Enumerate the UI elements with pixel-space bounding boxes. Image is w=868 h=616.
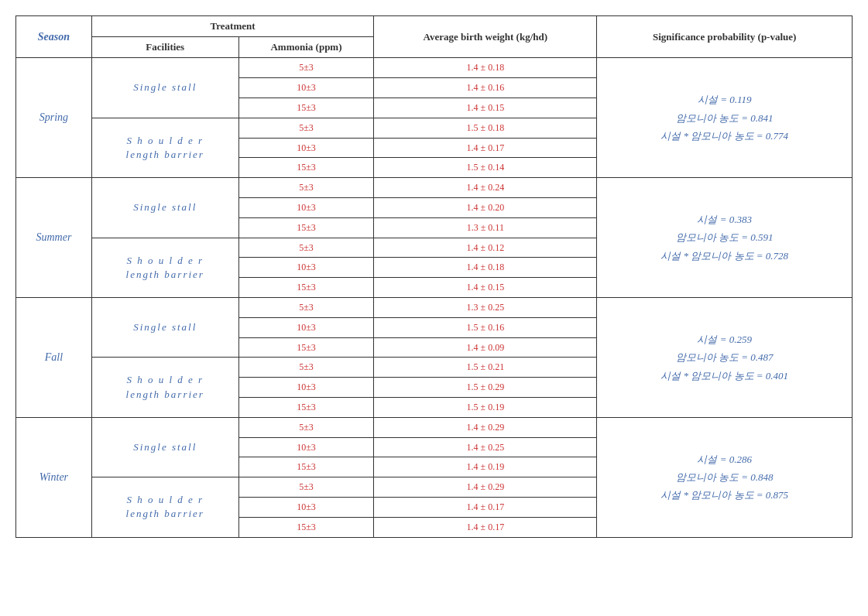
ammonia-value: 5±3 — [238, 477, 374, 498]
ammonia-value: 10±3 — [238, 317, 374, 337]
avg-bw-value: 1.3 ± 0.11 — [374, 217, 597, 238]
facilities-header: Facilities — [91, 37, 238, 58]
ammonia-value: 15±3 — [238, 278, 374, 298]
ammonia-header: Ammonia (ppm) — [238, 37, 374, 58]
season-cell: Spring — [16, 58, 92, 178]
facility-cell: Single stall — [91, 58, 238, 118]
season-cell: Fall — [16, 297, 92, 417]
ammonia-value: 5±3 — [238, 297, 374, 317]
avg-bw-value: 1.5 ± 0.21 — [374, 358, 597, 378]
ammonia-value: 10±3 — [238, 497, 374, 517]
ammonia-value: 5±3 — [238, 58, 374, 78]
facility-cell: Single stall — [91, 297, 238, 357]
facility-cell: S h o u l d e r length barrier — [91, 358, 238, 417]
ammonia-value: 15±3 — [238, 98, 374, 118]
ammonia-value: 15±3 — [238, 517, 374, 537]
ammonia-value: 15±3 — [238, 158, 374, 178]
ammonia-value: 5±3 — [238, 358, 374, 378]
avg-bw-value: 1.4 ± 0.19 — [374, 457, 597, 477]
avg-bw-value: 1.4 ± 0.17 — [374, 517, 597, 537]
season-cell: Summer — [16, 178, 92, 298]
treatment-header: Treatment — [91, 16, 373, 37]
ammonia-value: 15±3 — [238, 217, 374, 238]
ammonia-value: 10±3 — [238, 138, 374, 158]
ammonia-value: 10±3 — [238, 78, 374, 98]
ammonia-value: 10±3 — [238, 258, 374, 278]
avg-bw-value: 1.4 ± 0.29 — [374, 417, 597, 437]
avg-bw-value: 1.4 ± 0.09 — [374, 337, 597, 358]
ammonia-value: 5±3 — [238, 417, 374, 437]
avg-bw-value: 1.5 ± 0.19 — [374, 397, 597, 417]
facility-cell: Single stall — [91, 417, 238, 477]
avg-bw-value: 1.4 ± 0.20 — [374, 197, 597, 217]
avg-bw-value: 1.5 ± 0.29 — [374, 378, 597, 398]
ammonia-value: 5±3 — [238, 118, 374, 138]
ammonia-value: 5±3 — [238, 238, 374, 258]
avg-bw-value: 1.4 ± 0.18 — [374, 58, 597, 78]
avg-bw-value: 1.4 ± 0.15 — [374, 98, 597, 118]
avg-bw-value: 1.5 ± 0.16 — [374, 317, 597, 337]
main-table: Season Treatment Average birth weight (k… — [15, 15, 853, 538]
avg-bw-value: 1.4 ± 0.24 — [374, 178, 597, 198]
season-cell: Winter — [16, 417, 92, 537]
significance-value: 시설 = 0.286 암모니아 농도 = 0.848 시설 * 암모니아 농도 … — [597, 417, 853, 537]
ammonia-value: 10±3 — [238, 437, 374, 457]
avg-bw-value: 1.4 ± 0.18 — [374, 258, 597, 278]
avg-bw-value: 1.5 ± 0.18 — [374, 118, 597, 138]
ammonia-value: 15±3 — [238, 457, 374, 477]
avgbw-header: Average birth weight (kg/hd) — [374, 16, 597, 58]
facility-cell: Single stall — [91, 178, 238, 238]
avg-bw-value: 1.4 ± 0.29 — [374, 477, 597, 498]
avg-bw-value: 1.4 ± 0.12 — [374, 238, 597, 258]
facility-cell: S h o u l d e r length barrier — [91, 477, 238, 537]
significance-value: 시설 = 0.259 암모니아 농도 = 0.487 시설 * 암모니아 농도 … — [597, 297, 853, 417]
facility-cell: S h o u l d e r length barrier — [91, 118, 238, 177]
avg-bw-value: 1.4 ± 0.17 — [374, 497, 597, 517]
avg-bw-value: 1.4 ± 0.16 — [374, 78, 597, 98]
ammonia-value: 15±3 — [238, 397, 374, 417]
avg-bw-value: 1.4 ± 0.25 — [374, 437, 597, 457]
season-header: Season — [16, 16, 92, 58]
significance-value: 시설 = 0.119 암모니아 농도 = 0.841 시설 * 암모니아 농도 … — [597, 58, 853, 178]
avg-bw-value: 1.3 ± 0.25 — [374, 297, 597, 317]
significance-value: 시설 = 0.383 암모니아 농도 = 0.591 시설 * 암모니아 농도 … — [597, 178, 853, 298]
avg-bw-value: 1.4 ± 0.15 — [374, 278, 597, 298]
facility-cell: S h o u l d e r length barrier — [91, 238, 238, 297]
significance-header: Significance probability (p-value) — [597, 16, 853, 58]
ammonia-value: 10±3 — [238, 197, 374, 217]
avg-bw-value: 1.4 ± 0.17 — [374, 138, 597, 158]
ammonia-value: 5±3 — [238, 178, 374, 198]
ammonia-value: 10±3 — [238, 378, 374, 398]
ammonia-value: 15±3 — [238, 337, 374, 358]
avg-bw-value: 1.5 ± 0.14 — [374, 158, 597, 178]
